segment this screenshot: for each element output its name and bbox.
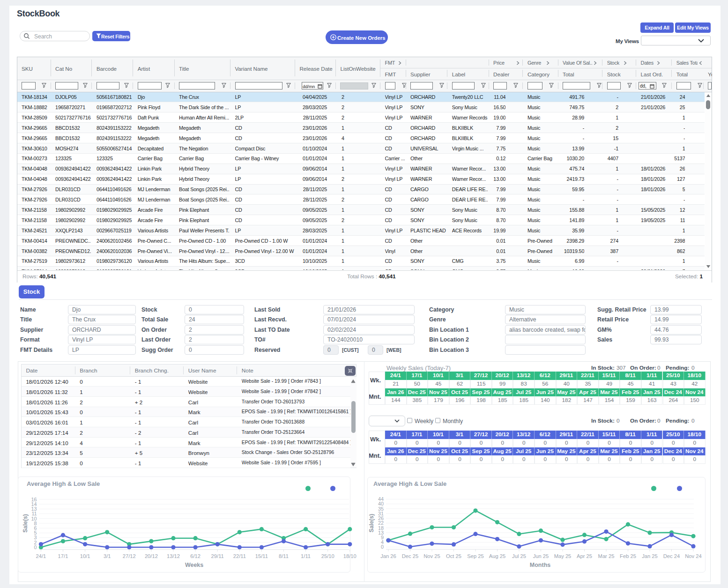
svg-text:Jul 25: Jul 25 <box>512 553 526 559</box>
svg-text:Dec 24: Dec 24 <box>663 553 680 559</box>
svg-text:6/12: 6/12 <box>191 553 201 559</box>
svg-text:15/11: 15/11 <box>255 553 268 559</box>
svg-text:Jan 25: Jan 25 <box>642 553 658 559</box>
svg-text:25/10: 25/10 <box>321 553 334 559</box>
svg-text:24/1: 24/1 <box>36 553 46 559</box>
svg-text:20/12: 20/12 <box>145 553 158 559</box>
svg-text:0: 0 <box>34 544 37 550</box>
svg-text:10/1: 10/1 <box>80 553 90 559</box>
svg-text:0: 0 <box>381 544 384 550</box>
svg-text:Sale(s): Sale(s) <box>368 514 375 532</box>
svg-text:Jun 25: Jun 25 <box>533 553 549 559</box>
svg-text:1/11: 1/11 <box>301 553 311 559</box>
svg-text:Apr 25: Apr 25 <box>577 553 592 559</box>
svg-text:Sale(s): Sale(s) <box>22 514 29 532</box>
svg-text:Dec 25: Dec 25 <box>402 553 418 559</box>
svg-text:Oct 25: Oct 25 <box>446 553 461 559</box>
svg-text:13/12: 13/12 <box>167 553 180 559</box>
svg-text:Weeks: Weeks <box>185 562 203 568</box>
svg-text:Feb 25: Feb 25 <box>620 553 636 559</box>
svg-text:Jan 26: Jan 26 <box>380 553 396 559</box>
svg-text:Nov 24: Nov 24 <box>685 553 701 559</box>
svg-text:8/11: 8/11 <box>279 553 289 559</box>
svg-text:May 25: May 25 <box>554 553 572 559</box>
svg-text:18/10: 18/10 <box>343 553 357 559</box>
svg-text:Nov 25: Nov 25 <box>423 553 440 559</box>
svg-text:22/11: 22/11 <box>233 553 246 559</box>
svg-text:27/12: 27/12 <box>123 553 136 559</box>
svg-text:29/11: 29/11 <box>211 553 224 559</box>
svg-text:3/1: 3/1 <box>104 553 111 559</box>
svg-text:Sep 25: Sep 25 <box>467 553 483 559</box>
svg-text:Aug 25: Aug 25 <box>489 553 505 559</box>
svg-text:Mar 25: Mar 25 <box>598 553 615 559</box>
svg-text:17/1: 17/1 <box>58 553 68 559</box>
svg-text:Months: Months <box>530 562 550 568</box>
